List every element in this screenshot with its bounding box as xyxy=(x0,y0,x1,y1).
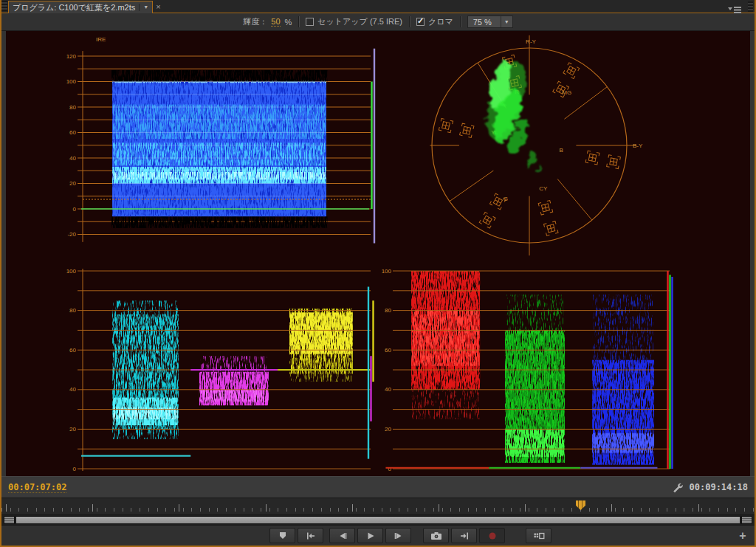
settings-wrench-icon[interactable] xyxy=(672,482,683,493)
camera-icon xyxy=(430,530,443,542)
svg-text:0: 0 xyxy=(388,466,392,472)
step-back-icon xyxy=(337,530,348,542)
svg-text:40: 40 xyxy=(69,155,76,162)
svg-text:60: 60 xyxy=(69,129,76,136)
divider xyxy=(298,16,299,27)
svg-text:40: 40 xyxy=(69,386,76,393)
divider xyxy=(409,16,410,27)
button-editor-button[interactable] xyxy=(526,528,551,543)
intensity-label: 輝度： xyxy=(243,16,267,27)
scrollbar-thumb[interactable] xyxy=(16,516,740,524)
svg-text:R-Y: R-Y xyxy=(526,38,536,45)
timecode-row: 00:07:07:02 00:09:14:18 xyxy=(1,476,755,498)
zoom-level-value: 75 % xyxy=(468,18,501,27)
play-button[interactable] xyxy=(357,528,383,543)
step-back-button[interactable] xyxy=(329,528,355,543)
step-forward-icon xyxy=(393,530,405,542)
tab-title: プログラム: C100で紅葉を2.m2ts xyxy=(13,2,135,13)
record-icon xyxy=(487,530,498,542)
svg-text:120: 120 xyxy=(66,53,77,60)
playhead-marker[interactable] xyxy=(576,500,585,510)
svg-text:MG: MG xyxy=(562,89,571,96)
svg-text:60: 60 xyxy=(69,347,76,354)
timeline-ruler[interactable] xyxy=(1,498,755,515)
svg-text:-20: -20 xyxy=(67,231,76,238)
marker-icon xyxy=(277,530,289,542)
button-editor-icon xyxy=(532,530,546,542)
scope-toolbar: 輝度： 50 % セットアップ (7.5 IRE) クロマ 75 % ▼ xyxy=(1,13,755,31)
zoom-level-select[interactable]: 75 % ▼ xyxy=(467,16,513,28)
svg-text:CY: CY xyxy=(539,185,548,192)
transport-controls: + xyxy=(1,525,755,546)
chroma-checkbox[interactable] xyxy=(416,18,425,26)
panel-menu-icon[interactable] xyxy=(728,3,743,10)
svg-text:20: 20 xyxy=(69,180,76,187)
scrollbar-left-grip[interactable] xyxy=(4,516,15,524)
svg-text:B-Y: B-Y xyxy=(633,142,643,149)
play-icon xyxy=(365,530,377,542)
chevron-down-icon[interactable]: ▼ xyxy=(139,4,148,11)
duration-timecode: 00:09:14:18 xyxy=(690,482,748,492)
tab-program[interactable]: プログラム: C100で紅葉を2.m2ts ▼ xyxy=(8,1,153,13)
panel-grip-right[interactable] xyxy=(748,1,753,12)
svg-text:80: 80 xyxy=(385,307,391,314)
divider xyxy=(460,16,461,27)
scopes-display: 120100806040200-20IRERMGBCYGYLR-YB-Y1008… xyxy=(1,31,755,476)
close-icon[interactable]: × xyxy=(156,2,160,11)
scrollbar-right-grip[interactable] xyxy=(741,516,752,524)
go-to-inpoint-button[interactable] xyxy=(298,528,323,543)
setup-checkbox-label: セットアップ (7.5 IRE) xyxy=(317,16,402,27)
svg-text:0: 0 xyxy=(73,466,77,472)
svg-text:IRE: IRE xyxy=(96,36,106,43)
svg-text:100: 100 xyxy=(66,78,77,85)
tab-bar: プログラム: C100で紅葉を2.m2ts ▼ × xyxy=(1,0,755,13)
chroma-checkbox-label: クロマ xyxy=(428,16,453,27)
svg-text:40: 40 xyxy=(385,386,391,393)
panel-grip[interactable] xyxy=(1,1,7,11)
svg-text:80: 80 xyxy=(69,307,76,314)
svg-text:20: 20 xyxy=(385,426,391,433)
svg-text:G: G xyxy=(504,196,508,202)
setup-checkbox[interactable] xyxy=(306,18,314,26)
intensity-unit: % xyxy=(285,18,292,27)
add-marker-button[interactable] xyxy=(269,528,295,543)
step-forward-button[interactable] xyxy=(385,528,411,543)
export-frame-button[interactable] xyxy=(423,528,449,543)
svg-text:80: 80 xyxy=(69,104,76,111)
go-to-out-icon xyxy=(458,530,470,542)
go-to-in-icon xyxy=(305,530,317,542)
current-timecode[interactable]: 00:07:07:02 xyxy=(8,482,66,493)
svg-text:20: 20 xyxy=(69,426,76,433)
svg-text:100: 100 xyxy=(382,268,392,275)
intensity-value[interactable]: 50 xyxy=(271,17,280,27)
timeline-scrollbar xyxy=(1,515,755,525)
go-to-outpoint-button[interactable] xyxy=(451,528,477,543)
svg-text:100: 100 xyxy=(66,268,77,275)
all-scopes-svg: 120100806040200-20IRERMGBCYGYLR-YB-Y1008… xyxy=(1,31,756,478)
program-monitor-panel: プログラム: C100で紅葉を2.m2ts ▼ × 輝度： 50 % セットアッ… xyxy=(0,0,756,547)
chevron-down-icon: ▼ xyxy=(501,16,512,27)
svg-text:0: 0 xyxy=(73,206,77,213)
record-button[interactable] xyxy=(479,528,505,543)
svg-text:60: 60 xyxy=(385,347,391,354)
add-button[interactable]: + xyxy=(737,530,749,542)
svg-text:B: B xyxy=(559,147,563,154)
